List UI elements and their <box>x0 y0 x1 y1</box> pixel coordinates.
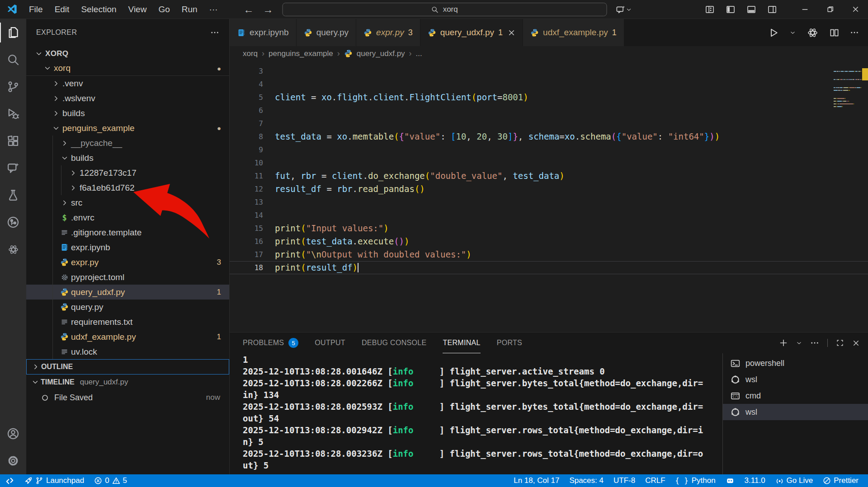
menu-file[interactable]: File <box>23 3 49 16</box>
toggle-sidebar-icon[interactable] <box>726 5 735 14</box>
folder--venv[interactable]: .venv <box>26 76 229 91</box>
activity-source-control-icon[interactable] <box>0 73 26 100</box>
terminal-session-cmd[interactable]: C:\cmd <box>723 388 868 404</box>
status-indentation[interactable]: Spaces: 4 <box>564 474 609 487</box>
maximize-panel-icon[interactable] <box>836 339 844 347</box>
file-pyproject-toml[interactable]: pyproject.toml <box>26 270 229 285</box>
status-cursor-position[interactable]: Ln 18, Col 17 <box>509 474 564 487</box>
toggle-panel-icon[interactable] <box>747 5 756 14</box>
file-uv-lock[interactable]: uv.lock <box>26 344 229 359</box>
minimap[interactable] <box>834 65 862 108</box>
tab-expr-ipynb[interactable]: expr.ipynb <box>230 19 297 46</box>
timeline-event[interactable]: File Savednow <box>26 390 229 405</box>
panel-tab-output[interactable]: OUTPUT <box>315 332 345 353</box>
tab-close-icon[interactable] <box>508 29 515 37</box>
activity-settings-gear-icon[interactable] <box>0 447 26 474</box>
status-prettier[interactable]: Prettier <box>818 474 863 487</box>
openai-codex-icon[interactable] <box>807 27 819 39</box>
menu-view[interactable]: View <box>123 3 153 16</box>
activity-extensions-icon[interactable] <box>0 127 26 155</box>
status-problems[interactable]: 05 <box>89 474 132 487</box>
menu-run[interactable]: Run <box>176 3 203 16</box>
breadcrumb-item[interactable]: ... <box>416 49 422 58</box>
activity-openai-extension-icon[interactable] <box>0 236 26 263</box>
command-center-search[interactable]: xorq <box>282 3 607 16</box>
outline-section[interactable]: OUTLINE <box>26 359 229 375</box>
code-line-4: 4 <box>230 78 868 91</box>
status-remote-indicator[interactable] <box>0 474 19 487</box>
breadcrumb-item[interactable]: query_udxf.py <box>357 49 405 58</box>
tab-udxf-example-py[interactable]: udxf_example.py1 <box>523 19 624 46</box>
activity-remote-explorer-icon[interactable] <box>0 209 26 236</box>
file-query-py[interactable]: query.py <box>26 300 229 314</box>
menu-edit[interactable]: Edit <box>49 3 75 16</box>
folder-builds[interactable]: builds <box>26 150 229 165</box>
folder--pycache-[interactable]: __pycache__ <box>26 136 229 150</box>
minimize-button[interactable] <box>792 0 817 19</box>
file-expr-ipynb[interactable]: expr.ipynb <box>26 240 229 255</box>
terminal-output[interactable]: 12025-12-10T13:08:28.001646Z [info ] fli… <box>230 353 722 474</box>
folder-src[interactable]: src <box>26 195 229 210</box>
status-extension-icon[interactable] <box>721 474 740 487</box>
status-python-version[interactable]: 3.11.0 <box>740 474 770 487</box>
copilot-icon[interactable] <box>616 5 632 14</box>
code-editor[interactable]: 345client = xo.flight.client.FlightClien… <box>230 61 868 332</box>
split-editor-icon[interactable] <box>830 28 839 37</box>
activity-testing-icon[interactable] <box>0 182 26 209</box>
tab-expr-py[interactable]: expr.py3 <box>356 19 420 46</box>
terminal-session-powershell[interactable]: powershell <box>723 355 868 371</box>
toggle-secondary-sidebar-icon[interactable] <box>768 5 777 14</box>
editor-more-actions-icon[interactable] <box>850 28 859 37</box>
close-button[interactable] <box>843 0 868 19</box>
close-panel-icon[interactable] <box>852 339 860 347</box>
file-query-udxf-py[interactable]: query_udxf.py1 <box>26 285 229 300</box>
run-python-file-button[interactable] <box>769 28 779 38</box>
file--envrc[interactable]: $.envrc <box>26 210 229 225</box>
folder-xorq[interactable]: XORQ <box>26 46 229 61</box>
restore-button[interactable] <box>817 0 843 19</box>
breadcrumb-item[interactable]: penguins_example <box>269 49 333 58</box>
status-eol[interactable]: CRLF <box>640 474 670 487</box>
run-dropdown-icon[interactable] <box>790 30 796 36</box>
panel-more-actions-icon[interactable] <box>810 338 819 347</box>
status-language-mode[interactable]: { }Python <box>670 474 721 487</box>
terminal-profile-dropdown-icon[interactable] <box>796 340 802 346</box>
folder-f6a1eb61d762[interactable]: f6a1eb61d762 <box>26 180 229 195</box>
file-requirements-txt[interactable]: requirements.txt <box>26 314 229 329</box>
panel-tab-debug-console[interactable]: DEBUG CONSOLE <box>362 332 427 353</box>
activity-account-icon[interactable] <box>0 420 26 447</box>
menu-more[interactable]: ··· <box>203 3 224 16</box>
folder-builds[interactable]: builds <box>26 106 229 121</box>
activity-run-and-debug-icon[interactable] <box>0 100 26 127</box>
status-encoding[interactable]: UTF-8 <box>609 474 640 487</box>
panel-tab-terminal[interactable]: TERMINAL <box>443 332 480 353</box>
activity-search-icon[interactable] <box>0 46 26 73</box>
folder-penguins-example[interactable]: penguins_example● <box>26 121 229 136</box>
status-go-live[interactable]: Go Live <box>770 474 818 487</box>
nav-back-icon[interactable]: ← <box>243 5 254 15</box>
menu-selection[interactable]: Selection <box>75 3 122 16</box>
tab-query-udxf-py[interactable]: query_udxf.py1 <box>420 19 523 46</box>
activity-explorer-icon[interactable] <box>0 19 26 46</box>
panel-tab-problems[interactable]: PROBLEMS5 <box>243 332 298 353</box>
timeline-section[interactable]: TIMELINE query_udxf.py <box>26 375 229 390</box>
new-terminal-icon[interactable] <box>779 338 788 347</box>
tab-query-py[interactable]: query.py <box>297 19 356 46</box>
menu-go[interactable]: Go <box>152 3 175 16</box>
terminal-session-wsl[interactable]: wsl <box>723 404 868 420</box>
folder--wslvenv[interactable]: .wslvenv <box>26 91 229 106</box>
file--gitignore-template[interactable]: .gitignore.template <box>26 225 229 240</box>
file-udxf-example-py[interactable]: udxf_example.py1 <box>26 329 229 344</box>
breadcrumb-item[interactable]: xorq <box>243 49 258 58</box>
activity-chat-icon[interactable] <box>0 155 26 182</box>
terminal-session-wsl[interactable]: wsl <box>723 371 868 388</box>
customize-layout-icon[interactable] <box>705 5 714 14</box>
file-expr-py[interactable]: expr.py3 <box>26 255 229 270</box>
panel-tab-ports[interactable]: PORTS <box>497 332 522 353</box>
folder-xorq[interactable]: xorq● <box>26 61 229 76</box>
nav-forward-icon[interactable]: → <box>263 5 273 15</box>
explorer-more-icon[interactable] <box>210 28 219 37</box>
line-content: client = xo.flight.client.FlightClient(p… <box>263 91 528 104</box>
status-launchpad[interactable]: Launchpad <box>19 474 89 487</box>
folder-12287e173c17[interactable]: 12287e173c17 <box>26 165 229 180</box>
